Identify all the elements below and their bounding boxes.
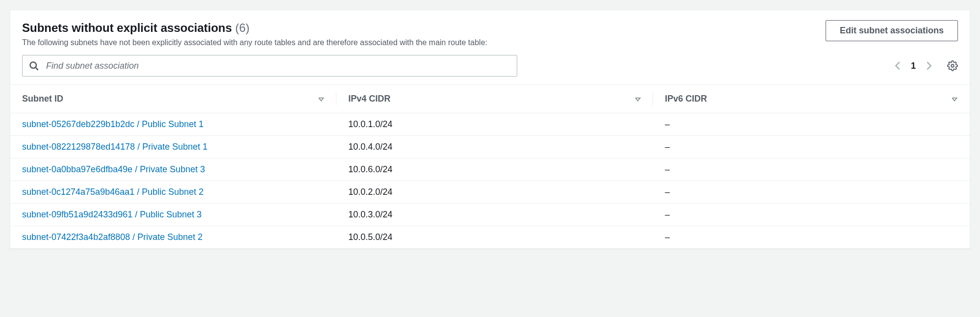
search-icon [29,61,39,71]
subnet-associations-panel: Subnets without explicit associations (6… [10,10,970,249]
panel-title: Subnets without explicit associations (6… [22,20,826,35]
table-header: Subnet ID IPv4 CIDR [10,85,970,113]
column-label: Subnet ID [22,94,63,104]
title-wrap: Subnets without explicit associations (6… [22,20,826,47]
ipv4-cidr-cell: 10.0.2.0/24 [336,181,653,204]
subnet-id-link[interactable]: subnet-07422f3a4b2af8808 / Private Subne… [10,226,336,249]
ipv4-cidr-cell: 10.0.1.0/24 [336,113,653,136]
ipv6-cidr-cell: – [653,158,970,181]
sort-icon [634,96,641,103]
pagination: 1 [894,60,958,71]
sort-icon [951,96,958,103]
subnet-id-link[interactable]: subnet-05267deb229b1b2dc / Public Subnet… [10,113,336,136]
panel-subtitle: The following subnets have not been expl… [22,38,826,47]
column-header-ipv6-cidr[interactable]: IPv6 CIDR [653,85,970,113]
controls-row: 1 [10,55,970,84]
gear-icon [947,60,958,71]
svg-line-1 [36,68,38,70]
search-box [22,55,517,77]
edit-subnet-associations-button[interactable]: Edit subnet associations [826,20,958,41]
search-input[interactable] [22,55,517,77]
table-row: subnet-09fb51a9d2433d961 / Public Subnet… [10,204,970,226]
ipv4-cidr-cell: 10.0.4.0/24 [336,136,653,158]
ipv4-cidr-cell: 10.0.5.0/24 [336,226,653,249]
svg-point-2 [951,64,954,67]
table-row: subnet-07422f3a4b2af8808 / Private Subne… [10,226,970,249]
subnet-id-link[interactable]: subnet-09fb51a9d2433d961 / Public Subnet… [10,204,336,226]
ipv6-cidr-cell: – [653,136,970,158]
ipv6-cidr-cell: – [653,181,970,204]
column-header-ipv4-cidr[interactable]: IPv4 CIDR [336,85,653,113]
column-label: IPv4 CIDR [348,94,390,104]
table-row: subnet-05267deb229b1b2dc / Public Subnet… [10,113,970,136]
subnet-id-link[interactable]: subnet-0a0bba97e6dfba49e / Private Subne… [10,158,336,181]
svg-point-0 [30,62,37,69]
column-label: IPv6 CIDR [665,94,707,104]
table-body: subnet-05267deb229b1b2dc / Public Subnet… [10,113,970,249]
panel-header: Subnets without explicit associations (6… [10,20,970,55]
sort-icon [318,96,325,103]
subnet-id-link[interactable]: subnet-0c1274a75a9b46aa1 / Public Subnet… [10,181,336,204]
ipv4-cidr-cell: 10.0.3.0/24 [336,204,653,226]
ipv6-cidr-cell: – [653,113,970,136]
ipv6-cidr-cell: – [653,226,970,249]
next-page-button[interactable] [926,61,932,71]
title-text: Subnets without explicit associations [22,21,232,34]
table-row: subnet-0c1274a75a9b46aa1 / Public Subnet… [10,181,970,204]
ipv6-cidr-cell: – [653,204,970,226]
ipv4-cidr-cell: 10.0.6.0/24 [336,158,653,181]
title-count: (6) [235,21,250,34]
page-number: 1 [911,61,916,71]
column-header-subnet-id[interactable]: Subnet ID [10,85,336,113]
table-row: subnet-0a0bba97e6dfba49e / Private Subne… [10,158,970,181]
settings-button[interactable] [947,60,958,71]
prev-page-button[interactable] [894,61,901,71]
table-row: subnet-0822129878ed14178 / Private Subne… [10,136,970,158]
subnet-table: Subnet ID IPv4 CIDR [10,84,970,248]
subnet-id-link[interactable]: subnet-0822129878ed14178 / Private Subne… [10,136,336,158]
